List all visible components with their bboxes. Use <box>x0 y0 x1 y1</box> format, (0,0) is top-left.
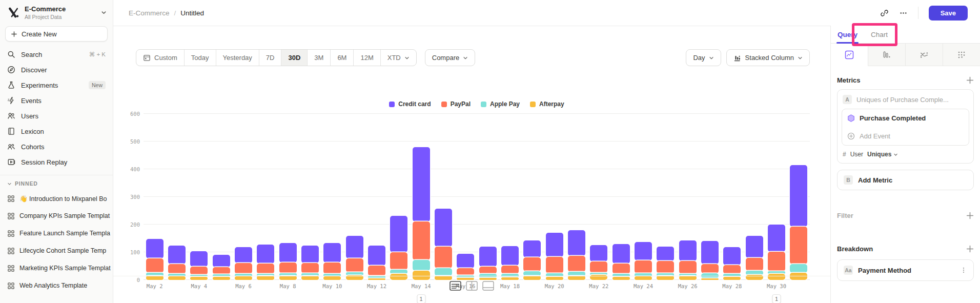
bar-segment-credit-card[interactable] <box>235 247 252 263</box>
sidebar-pinned-board[interactable]: Marketing KPIs Sample Templat <box>0 259 113 277</box>
compare-button[interactable]: Compare <box>425 49 475 66</box>
bar-segment-paypal[interactable] <box>523 257 541 271</box>
sidebar-item-discover[interactable]: Discover <box>0 62 113 77</box>
date-range-today[interactable]: Today <box>184 50 216 66</box>
bar-segment-apple-pay[interactable] <box>413 260 430 271</box>
date-range-3m[interactable]: 3M <box>307 50 330 66</box>
tab-query[interactable]: Query <box>838 26 858 43</box>
metric-b-add-card[interactable]: B Add Metric <box>837 170 974 190</box>
bar-segment-credit-card[interactable] <box>301 246 319 263</box>
bar-may-10[interactable] <box>323 243 341 280</box>
legend-item-afterpay[interactable]: Afterpay <box>530 100 564 108</box>
bar-may-21[interactable] <box>568 230 585 280</box>
bar-segment-paypal[interactable] <box>235 263 252 274</box>
bar-segment-paypal[interactable] <box>768 252 785 271</box>
bar-may-25[interactable] <box>657 247 674 280</box>
bar-segment-apple-pay[interactable] <box>346 272 363 275</box>
project-switcher[interactable]: E-Commerce All Project Data <box>0 0 113 23</box>
date-range-12m[interactable]: 12M <box>353 50 380 66</box>
bar-segment-credit-card[interactable] <box>279 243 297 262</box>
bar-segment-credit-card[interactable] <box>523 240 541 257</box>
breakdown-item-payment-method[interactable]: Aa Payment Method <box>837 259 974 281</box>
sidebar-item-events[interactable]: Events <box>0 93 113 108</box>
bar-segment-apple-pay[interactable] <box>435 268 452 276</box>
sidebar-item-lexicon[interactable]: Lexicon <box>0 124 113 139</box>
bar-segment-paypal[interactable] <box>146 258 164 273</box>
sidebar-pinned-board[interactable]: Company KPIs Sample Templat <box>0 207 113 225</box>
save-button[interactable]: Save <box>929 6 968 21</box>
bar-segment-credit-card[interactable] <box>346 236 363 258</box>
layout-rows-icon[interactable] <box>450 281 461 291</box>
bar-segment-credit-card[interactable] <box>368 246 385 266</box>
sidebar-pinned-board[interactable]: Feature Launch Sample Templa <box>0 225 113 242</box>
bar-segment-credit-card[interactable] <box>257 245 274 264</box>
bar-segment-credit-card[interactable] <box>635 242 652 260</box>
more-options-icon[interactable] <box>899 9 908 17</box>
bar-may-15[interactable] <box>435 209 452 280</box>
bar-may-7[interactable] <box>257 245 274 280</box>
bar-segment-paypal[interactable] <box>479 267 497 274</box>
bar-segment-credit-card[interactable] <box>590 245 607 261</box>
bar-segment-paypal[interactable] <box>213 267 230 274</box>
bar-may-23[interactable] <box>612 244 630 280</box>
bar-segment-credit-card[interactable] <box>146 239 164 258</box>
bar-may-20[interactable] <box>546 233 563 280</box>
metric-a-card[interactable]: A Uniques of Purchase Comple... Purchase… <box>837 89 974 164</box>
bar-segment-credit-card[interactable] <box>501 246 519 266</box>
sidebar-pinned-board[interactable]: Lifecycle Cohort Sample Temp <box>0 242 113 259</box>
add-metric-plus-icon[interactable] <box>966 76 974 84</box>
add-filter-plus-icon[interactable] <box>966 212 974 219</box>
bar-segment-paypal[interactable] <box>790 227 807 264</box>
bar-segment-paypal[interactable] <box>346 258 363 272</box>
report-type-funnels[interactable] <box>868 44 905 66</box>
bar-segment-paypal[interactable] <box>279 262 297 273</box>
date-range-7d[interactable]: 7D <box>259 50 281 66</box>
bar-segment-paypal[interactable] <box>435 247 452 268</box>
bar-segment-credit-card[interactable] <box>479 247 497 266</box>
bar-segment-credit-card[interactable] <box>190 251 208 267</box>
bar-segment-credit-card[interactable] <box>323 243 341 262</box>
bar-segment-paypal[interactable] <box>612 264 630 274</box>
bar-segment-paypal[interactable] <box>501 266 519 274</box>
report-type-insights[interactable] <box>831 44 868 66</box>
bar-segment-apple-pay[interactable] <box>790 264 807 273</box>
bar-segment-credit-card[interactable] <box>657 247 674 261</box>
bar-segment-credit-card[interactable] <box>568 230 585 256</box>
report-type-flows[interactable] <box>905 44 943 66</box>
legend-item-credit-card[interactable]: Credit card <box>389 100 431 108</box>
bar-segment-paypal[interactable] <box>657 261 674 273</box>
chart-type-button[interactable]: Stacked Column <box>726 49 810 66</box>
bar-may-28[interactable] <box>723 247 741 280</box>
bar-segment-paypal[interactable] <box>413 221 430 260</box>
annotation-badge-may-30[interactable]: 1 <box>772 294 781 303</box>
bar-segment-paypal[interactable] <box>368 266 385 276</box>
bar-segment-paypal[interactable] <box>590 261 607 273</box>
bar-segment-paypal[interactable] <box>190 267 208 275</box>
bar-may-9[interactable] <box>301 246 319 280</box>
layout-bottom-panel-icon[interactable] <box>482 281 494 291</box>
bar-segment-paypal[interactable] <box>679 261 697 274</box>
layout-columns-icon[interactable] <box>466 281 478 291</box>
granularity-button[interactable]: Day <box>686 49 721 66</box>
bar-segment-credit-card[interactable] <box>213 255 230 267</box>
sidebar-pinned-board[interactable]: Web Analytics Template <box>0 277 113 294</box>
bar-segment-credit-card[interactable] <box>413 147 430 221</box>
bar-segment-paypal[interactable] <box>568 256 585 272</box>
measurement-row[interactable]: # User Uniques <box>842 146 969 159</box>
bar-segment-credit-card[interactable] <box>168 246 186 264</box>
pinned-section-header[interactable]: PINNED <box>0 179 113 190</box>
annotation-badge-may-14[interactable]: 1 <box>417 294 425 303</box>
bar-segment-apple-pay[interactable] <box>523 271 541 276</box>
sidebar-item-cohorts[interactable]: Cohorts <box>0 139 113 154</box>
bar-may-18[interactable] <box>501 246 519 280</box>
bar-may-6[interactable] <box>235 247 252 280</box>
bar-may-27[interactable] <box>701 241 719 280</box>
bar-segment-paypal[interactable] <box>546 257 563 273</box>
bar-segment-credit-card[interactable] <box>435 209 452 247</box>
event-row-purchase-completed[interactable]: Purchase Completed <box>842 109 969 127</box>
sidebar-item-experiments[interactable]: Experiments New <box>0 77 113 93</box>
bar-segment-paypal[interactable] <box>390 252 407 269</box>
bar-may-2[interactable] <box>146 239 164 280</box>
breakdown-options-icon[interactable] <box>960 267 967 274</box>
bar-may-24[interactable] <box>635 242 652 280</box>
